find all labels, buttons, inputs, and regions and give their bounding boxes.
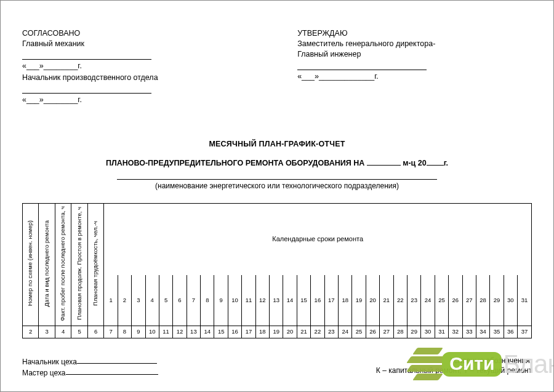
- colnum-cell: 19: [270, 326, 283, 338]
- day-cell: 31: [518, 275, 532, 326]
- approve-date: «___»_____________г.: [297, 71, 532, 82]
- colnum-cell: 35: [490, 326, 504, 338]
- colnum-cell: 2: [23, 326, 39, 338]
- col-label: Факт. пробег после последнего ремонта, ч: [58, 204, 68, 324]
- day-cell: 15: [297, 275, 310, 326]
- day-cell: 30: [504, 275, 517, 326]
- day-cell: 14: [283, 275, 297, 326]
- col-label: Плановая продолж. Простоя в ремонте, ч: [75, 204, 84, 322]
- signature-line: [77, 356, 157, 364]
- day-cell: 4: [145, 275, 159, 326]
- subdivision-caption: (наименование энергетического или технол…: [22, 181, 532, 191]
- day-cell: 3: [132, 275, 145, 326]
- colnum-cell: 14: [201, 326, 214, 338]
- day-cell: 12: [255, 275, 269, 326]
- colnum-row: 2 3 4 5 6 7 8 9 10 11 12 13 14 15 16 17: [23, 326, 532, 338]
- colnum-cell: 32: [449, 326, 462, 338]
- col-header: Дата и вид последнего ремонта: [39, 203, 55, 326]
- agree-heading: СОГЛАСОВАНО: [22, 28, 257, 39]
- colnum-cell: 21: [297, 326, 310, 338]
- schedule-table: Номер по схеме (инвен. номер) Дата и вид…: [22, 203, 532, 338]
- signature-line: [66, 367, 158, 375]
- day-cell: 18: [338, 275, 351, 326]
- colnum-cell: 18: [255, 326, 269, 338]
- day-cell: 29: [490, 275, 504, 326]
- col-header: Номер по схеме (инвен. номер): [23, 203, 39, 326]
- colnum-cell: 22: [311, 326, 324, 338]
- day-cell: 19: [352, 275, 366, 326]
- day-cell: 17: [324, 275, 338, 326]
- colnum-cell: 7: [104, 326, 118, 338]
- day-cell: 22: [393, 275, 407, 326]
- title-block: МЕСЯЧНЫЙ ПЛАН-ГРАФИК-ОТЧЕТ ПЛАНОВО-ПРЕДУ…: [22, 139, 532, 191]
- day-cell: 27: [462, 275, 476, 326]
- footer-left: Начальник цеха Мастер цеха: [22, 356, 267, 378]
- group-header: Календарные сроки ремонта: [104, 203, 532, 275]
- day-cell: 2: [118, 275, 131, 326]
- colnum-cell: 12: [173, 326, 187, 338]
- colnum-cell: 8: [118, 326, 131, 338]
- document-frame: СОГЛАСОВАНО Главный механик «___»_______…: [0, 0, 554, 392]
- blank-month: [367, 157, 401, 166]
- colnum-cell: 25: [352, 326, 366, 338]
- approval-left: СОГЛАСОВАНО Главный механик «___»_______…: [22, 28, 257, 105]
- colnum-cell: 16: [228, 326, 241, 338]
- chief-line: Начальник цеха: [22, 356, 267, 367]
- day-cell: 21: [380, 275, 393, 326]
- colnum-cell: 33: [462, 326, 476, 338]
- col-header: Факт. пробег после последнего ремонта, ч: [55, 203, 71, 326]
- col-label: Плановая трудоёмкость, чел.-ч: [91, 218, 100, 308]
- title-line2: ПЛАНОВО-ПРЕДУПРЕДИТЕЛЬНОГО РЕМОНТА ОБОРУ…: [22, 157, 532, 169]
- signature-line: [297, 62, 427, 70]
- approvals-block: СОГЛАСОВАНО Главный механик «___»_______…: [22, 28, 532, 105]
- day-cell: 13: [270, 275, 283, 326]
- document-page: СОГЛАСОВАНО Главный механик «___»_______…: [22, 28, 532, 370]
- colnum-cell: 11: [159, 326, 172, 338]
- colnum-cell: 20: [283, 326, 297, 338]
- colnum-cell: 13: [187, 326, 200, 338]
- day-cell: 20: [366, 275, 379, 326]
- colnum-cell: 36: [504, 326, 517, 338]
- day-cell: 28: [476, 275, 489, 326]
- colnum-cell: 28: [393, 326, 407, 338]
- footer-right: Условные обозначения: К – капитальный ре…: [287, 356, 532, 378]
- colnum-cell: 9: [132, 326, 145, 338]
- day-cell: 11: [242, 275, 255, 326]
- colnum-cell: 31: [435, 326, 448, 338]
- colnum-cell: 17: [242, 326, 255, 338]
- agree-role2: Начальник производственного отдела: [22, 73, 257, 83]
- title-mid: м-ц 20: [401, 159, 427, 167]
- day-cell: 23: [407, 275, 420, 326]
- day-cell: 9: [214, 275, 228, 326]
- day-cell: 10: [228, 275, 241, 326]
- colnum-cell: 29: [407, 326, 420, 338]
- col-header: Плановая продолж. Простоя в ремонте, ч: [71, 203, 87, 326]
- master-line: Мастер цеха: [22, 367, 267, 378]
- schedule-table-wrap: Номер по схеме (инвен. номер) Дата и вид…: [22, 203, 532, 338]
- approve-role-l1: Заместитель генерального директора-: [297, 39, 532, 49]
- title-suffix: г.: [444, 159, 448, 167]
- colnum-cell: 27: [380, 326, 393, 338]
- colnum-cell: 3: [39, 326, 55, 338]
- master-label: Мастер цеха: [22, 368, 66, 377]
- colnum-cell: 15: [214, 326, 228, 338]
- title-line1: МЕСЯЧНЫЙ ПЛАН-ГРАФИК-ОТЧЕТ: [22, 139, 532, 150]
- day-cell: 6: [173, 275, 187, 326]
- agree-date2: «___»________г.: [22, 95, 257, 105]
- colnum-cell: 23: [324, 326, 338, 338]
- col-label: Номер по схеме (инвен. номер): [26, 218, 35, 308]
- legend-text: К – капитальный ремонт, Т – текущий ремо…: [287, 366, 532, 375]
- footer-block: Начальник цеха Мастер цеха Условные обоз…: [22, 356, 532, 378]
- day-cell: 24: [421, 275, 435, 326]
- colnum-cell: 6: [87, 326, 103, 338]
- day-cell: 5: [159, 275, 172, 326]
- approve-heading: УТВЕРЖДАЮ: [297, 28, 532, 39]
- agree-role1: Главный механик: [22, 39, 257, 49]
- blank-year: [427, 157, 444, 166]
- day-cell: 25: [435, 275, 448, 326]
- subdivision-line: [117, 178, 437, 180]
- day-cell: 26: [449, 275, 462, 326]
- colnum-cell: 30: [421, 326, 435, 338]
- approval-right: УТВЕРЖДАЮ Заместитель генерального дирек…: [297, 28, 532, 105]
- title-prefix: ПЛАНОВО-ПРЕДУПРЕДИТЕЛЬНОГО РЕМОНТА ОБОРУ…: [106, 159, 367, 167]
